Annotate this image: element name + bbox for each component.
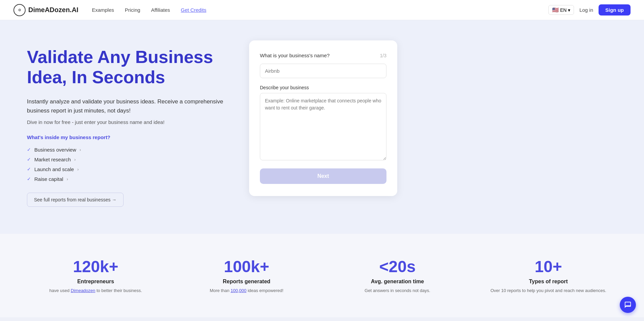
- hero-left: Validate Any Business Idea, In Seconds I…: [27, 40, 229, 207]
- full-reports-button[interactable]: See full reports from real businesses →: [27, 193, 124, 207]
- chat-button[interactable]: [620, 297, 636, 313]
- check-icon: ✓: [27, 157, 31, 162]
- list-item: ✓ Launch and scale ›: [27, 166, 229, 172]
- nav-affiliates[interactable]: Affiliates: [151, 7, 170, 13]
- checklist-label: Market research: [34, 157, 71, 162]
- business-name-input[interactable]: [260, 64, 386, 78]
- stat-link[interactable]: Dimeadozen: [71, 288, 95, 293]
- check-icon: ✓: [27, 147, 31, 152]
- checklist-label: Raise capital: [34, 176, 63, 182]
- stat-entrepreneurs: 120k+ Entrepreneurs have used Dimeadozen…: [27, 257, 164, 294]
- nav-examples[interactable]: Examples: [92, 7, 114, 13]
- lang-label: EN: [560, 7, 567, 13]
- lang-selector[interactable]: 🇺🇸 EN ▾: [548, 5, 574, 15]
- login-button[interactable]: Log in: [579, 7, 593, 13]
- stat-types: 10+ Types of report Over 10 reports to h…: [480, 257, 617, 294]
- logo-icon-text: ⊙: [18, 8, 21, 12]
- form-step: 1/3: [380, 53, 386, 58]
- nav-get-credits[interactable]: Get Credits: [181, 7, 206, 13]
- chevron-right-icon: ›: [79, 147, 81, 152]
- business-desc-textarea[interactable]: [260, 93, 386, 160]
- stats-section: 120k+ Entrepreneurs have used Dimeadozen…: [0, 234, 644, 318]
- stat-desc: Get answers in seconds not days.: [329, 287, 466, 294]
- stat-number: <20s: [329, 257, 466, 276]
- form-name-label: What is your business's name?: [260, 53, 330, 58]
- checklist-label: Business overview: [34, 147, 76, 153]
- stat-label: Reports generated: [178, 279, 315, 285]
- stat-label: Avg. generation time: [329, 279, 466, 285]
- check-icon: ✓: [27, 166, 31, 172]
- checklist-label: Launch and scale: [34, 166, 74, 172]
- form-header: What is your business's name? 1/3: [260, 53, 386, 58]
- hero-section: Validate Any Business Idea, In Seconds I…: [0, 20, 644, 234]
- stat-time: <20s Avg. generation time Get answers in…: [329, 257, 466, 294]
- stat-number: 100k+: [178, 257, 315, 276]
- stat-label: Types of report: [480, 279, 617, 285]
- next-button[interactable]: Next: [260, 168, 386, 184]
- navbar: ⊙ DimeADozen.AI Examples Pricing Affilia…: [0, 0, 644, 20]
- chevron-right-icon: ›: [74, 157, 75, 162]
- list-item: ✓ Business overview ›: [27, 147, 229, 153]
- stat-reports: 100k+ Reports generated More than 100,00…: [178, 257, 315, 294]
- navbar-right: 🇺🇸 EN ▾ Log in Sign up: [548, 4, 631, 15]
- signup-button[interactable]: Sign up: [599, 4, 631, 15]
- chevron-right-icon: ›: [77, 167, 79, 172]
- stat-desc: Over 10 reports to help you pivot and re…: [480, 287, 617, 294]
- chat-icon: [624, 301, 632, 309]
- hero-title: Validate Any Business Idea, In Seconds: [27, 47, 229, 88]
- hero-subtitle: Instantly analyze and validate your busi…: [27, 97, 229, 115]
- logo-icon: ⊙: [13, 4, 26, 16]
- list-item: ✓ Raise capital ›: [27, 176, 229, 182]
- flag-icon: 🇺🇸: [552, 7, 559, 13]
- stat-label: Entrepreneurs: [27, 279, 164, 285]
- nav-pricing[interactable]: Pricing: [125, 7, 140, 13]
- stat-desc: have used Dimeadozen to better their bus…: [27, 287, 164, 294]
- stat-link[interactable]: 100,000: [231, 288, 246, 293]
- hero-free-text: Dive in now for free - just enter your b…: [27, 119, 229, 125]
- stat-number: 120k+: [27, 257, 164, 276]
- stat-number: 10+: [480, 257, 617, 276]
- hero-title-bold: In Seconds: [72, 67, 165, 87]
- form-desc-label: Describe your business: [260, 85, 386, 90]
- hero-checklist: ✓ Business overview › ✓ Market research …: [27, 147, 229, 182]
- chevron-down-icon: ▾: [568, 7, 570, 13]
- list-item: ✓ Market research ›: [27, 157, 229, 162]
- nav-links: Examples Pricing Affiliates Get Credits: [92, 7, 548, 13]
- stat-desc: More than 100,000 ideas empowered!: [178, 287, 315, 294]
- chevron-right-icon: ›: [67, 176, 68, 182]
- report-link[interactable]: What's inside my business report?: [27, 134, 229, 140]
- form-card: What is your business's name? 1/3 Descri…: [249, 40, 397, 196]
- check-icon: ✓: [27, 176, 31, 182]
- logo-text: DimeADozen.AI: [28, 6, 78, 14]
- logo-link[interactable]: ⊙ DimeADozen.AI: [13, 4, 78, 16]
